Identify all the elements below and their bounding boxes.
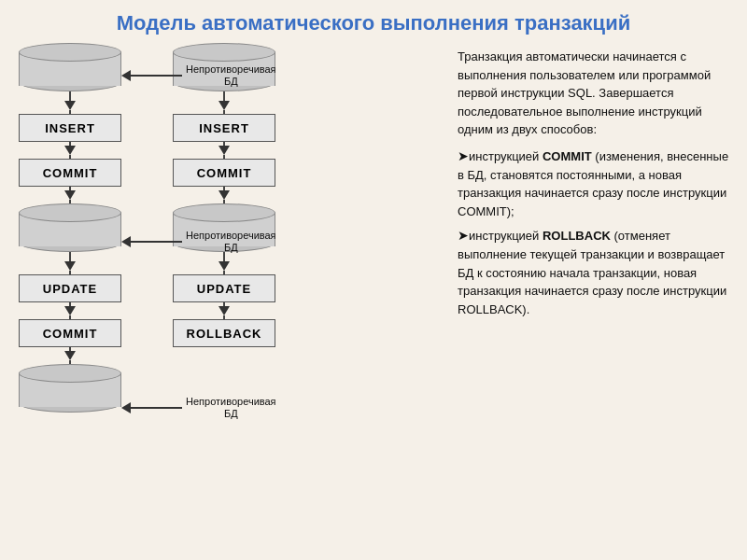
h-arrow-1: НепротиворечиваяБД (121, 63, 276, 88)
arrow-down (218, 306, 230, 315)
description-paragraph-1: Транзакция автоматически начинается с вы… (458, 48, 738, 139)
cylinder-left-3 (19, 364, 121, 413)
h-arrow-3: НепротиворечиваяБД (121, 396, 276, 420)
bullet-rollback: ➤инструкцией ROLLBACK (отменяет выполнен… (458, 226, 738, 318)
arrow-down (64, 261, 76, 271)
h-arrow-2: НепротиворечиваяБД (121, 230, 276, 254)
arrow-label-3: НепротиворечиваяБД (186, 396, 276, 420)
arrow-down (218, 190, 230, 200)
h-line (131, 241, 182, 243)
vline (223, 91, 225, 101)
insert-box-left: INSERT (19, 114, 121, 142)
commit-box-right: COMMIT (173, 159, 275, 187)
commit-box-left-2: COMMIT (19, 319, 121, 347)
commit-bold: COMMIT (543, 149, 592, 163)
vline (69, 252, 71, 261)
commit-box-left-1: COMMIT (19, 159, 121, 187)
h-line (131, 75, 182, 77)
page-title: Модель автоматического выполнения транза… (0, 0, 747, 43)
rollback-bold: ROLLBACK (543, 229, 611, 243)
h-line (131, 407, 182, 409)
arrow-left-icon (121, 402, 131, 413)
arrow-left-icon (121, 236, 131, 247)
arrow-down (218, 146, 230, 155)
description-text: Транзакция автоматически начинается с вы… (458, 43, 738, 560)
arrow-down (64, 351, 76, 360)
insert-box-right: INSERT (173, 114, 275, 142)
cylinder-left-2 (19, 203, 121, 252)
cylinder-left-1 (19, 43, 121, 91)
bullet-arrow-1: ➤ (458, 148, 469, 163)
bullet-commit: ➤инструкцией COMMIT (изменения, внесенны… (458, 147, 738, 221)
arrow-down (218, 261, 230, 271)
arrow-down (64, 146, 76, 155)
arrow-down (64, 306, 76, 315)
arrow-down (64, 190, 76, 200)
vline (69, 91, 71, 101)
arrow-down (218, 101, 230, 110)
arrow-left-icon (121, 70, 131, 81)
bullet-arrow-2: ➤ (458, 228, 469, 243)
rollback-box-right: ROLLBACK (173, 319, 275, 347)
update-box-right: UPDATE (173, 274, 275, 302)
arrow-label-2: НепротиворечиваяБД (186, 230, 276, 254)
arrow-label-1: НепротиворечиваяБД (186, 63, 276, 88)
arrow-down (64, 101, 76, 110)
update-box-left: UPDATE (19, 274, 121, 302)
